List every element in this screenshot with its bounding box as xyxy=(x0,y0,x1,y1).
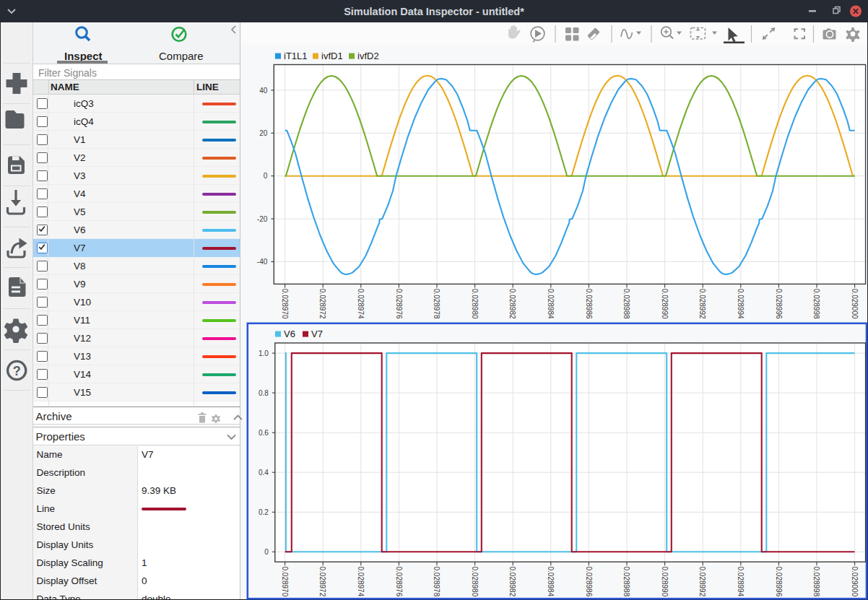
svg-text:0.028982: 0.028982 xyxy=(508,567,516,597)
svg-text:0.028972: 0.028972 xyxy=(318,567,326,597)
svg-text:0.028970: 0.028970 xyxy=(281,567,289,597)
svg-text:40: 40 xyxy=(259,87,268,95)
svg-text:0.028994: 0.028994 xyxy=(737,567,745,597)
svg-text:iT1L1: iT1L1 xyxy=(284,51,308,61)
svg-text:0.028996: 0.028996 xyxy=(775,289,783,319)
svg-text:ivfD2: ivfD2 xyxy=(357,51,379,61)
svg-text:0.028994: 0.028994 xyxy=(737,289,745,319)
svg-text:0.028972: 0.028972 xyxy=(318,289,326,319)
svg-text:0.028984: 0.028984 xyxy=(547,289,555,319)
svg-text:-40: -40 xyxy=(257,258,268,266)
svg-text:V7: V7 xyxy=(311,329,323,339)
svg-text:0.028996: 0.028996 xyxy=(775,567,783,597)
svg-text:0.028988: 0.028988 xyxy=(622,289,630,319)
svg-text:0.028998: 0.028998 xyxy=(812,567,820,597)
svg-text:0: 0 xyxy=(264,172,268,180)
svg-text:1.0: 1.0 xyxy=(259,349,269,357)
svg-text:V6: V6 xyxy=(284,329,295,339)
svg-text:0.028986: 0.028986 xyxy=(585,289,593,319)
svg-text:0.028986: 0.028986 xyxy=(585,567,593,597)
svg-text:0.028992: 0.028992 xyxy=(698,289,706,319)
svg-text:0.028976: 0.028976 xyxy=(395,567,403,597)
svg-text:0.028990: 0.028990 xyxy=(661,289,669,319)
svg-text:0: 0 xyxy=(264,548,269,556)
svg-text:0.028984: 0.028984 xyxy=(547,567,555,597)
svg-text:0.028992: 0.028992 xyxy=(698,567,706,597)
svg-text:0.028974: 0.028974 xyxy=(357,289,365,319)
svg-text:0.028974: 0.028974 xyxy=(357,567,365,597)
svg-text:?: ? xyxy=(13,364,21,378)
svg-text:0.028978: 0.028978 xyxy=(433,289,440,319)
svg-text:0.029000: 0.029000 xyxy=(851,567,859,597)
svg-text:0.4: 0.4 xyxy=(259,469,269,477)
svg-text:0.028978: 0.028978 xyxy=(433,567,440,597)
svg-text:0.028988: 0.028988 xyxy=(622,567,630,597)
svg-text:0.028970: 0.028970 xyxy=(281,289,289,319)
svg-text:0.028980: 0.028980 xyxy=(471,289,479,319)
svg-text:0.2: 0.2 xyxy=(259,508,269,516)
svg-text:-20: -20 xyxy=(257,215,268,223)
svg-text:20: 20 xyxy=(259,129,268,137)
svg-text:0.8: 0.8 xyxy=(259,389,269,397)
svg-text:0.028982: 0.028982 xyxy=(508,289,516,319)
svg-text:0.028976: 0.028976 xyxy=(395,289,403,319)
svg-text:0.028980: 0.028980 xyxy=(471,567,479,597)
svg-text:ivfD1: ivfD1 xyxy=(321,51,343,61)
svg-text:0.028990: 0.028990 xyxy=(661,567,669,597)
svg-text:0.029000: 0.029000 xyxy=(851,289,859,319)
svg-text:0.028998: 0.028998 xyxy=(812,289,820,319)
svg-text:0.6: 0.6 xyxy=(259,429,269,437)
